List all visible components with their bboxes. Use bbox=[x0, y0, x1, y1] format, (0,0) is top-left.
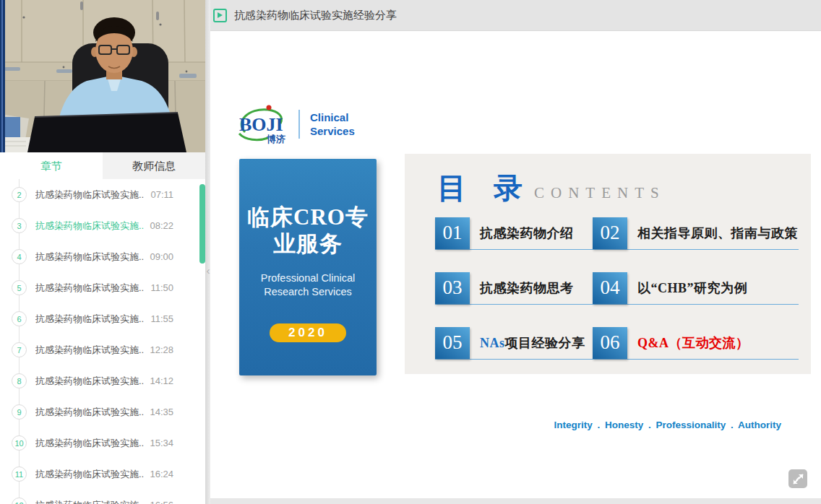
contents-label-segment: NAs bbox=[480, 336, 505, 350]
chapter-list-item[interactable]: 2 抗感染药物临床试验实施... 07:11 bbox=[0, 179, 205, 210]
chapter-list-item[interactable]: 12 抗感染药物临床试验实施... 16:56 bbox=[0, 490, 205, 504]
contents-item-label: 抗感染药物介绍 bbox=[480, 225, 574, 242]
book-subtitle: Professional Clinical Research Services bbox=[239, 271, 377, 299]
contents-item-number: 04 bbox=[593, 272, 627, 304]
logo-services-line1: Clinical bbox=[310, 110, 355, 124]
chapter-number-badge: 12 bbox=[12, 498, 27, 504]
svg-text:BOJI: BOJI bbox=[239, 114, 283, 135]
chapter-list-item[interactable]: 8 抗感染药物临床试验实施... 14:12 bbox=[0, 365, 205, 396]
book-title-line1: 临床CRO专 bbox=[239, 204, 377, 230]
chapter-list: 2 抗感染药物临床试验实施... 07:11 3 抗感染药物临床试验实施... … bbox=[0, 179, 205, 504]
fullscreen-button[interactable] bbox=[788, 469, 807, 488]
chapter-list-item[interactable]: 10 抗感染药物临床试验实施... 15:34 bbox=[0, 427, 205, 459]
contents-panel: 目 录 CONTENTS 01 抗感染药物介绍 02 相关指导原则、指南与政策 … bbox=[405, 154, 811, 374]
chapter-list-item[interactable]: 4 抗感染药物临床试验实施... 09:00 bbox=[0, 241, 205, 272]
contents-label-segment: 项目经验分享 bbox=[505, 336, 585, 350]
chapter-duration: 09:00 bbox=[150, 251, 173, 262]
contents-label-segment: 抗感染药物介绍 bbox=[480, 226, 574, 240]
contents-item-label: 相关指导原则、指南与政策 bbox=[637, 225, 798, 242]
chapter-list-item[interactable]: 7 抗感染药物临床试验实施... 12:28 bbox=[0, 334, 205, 365]
contents-item-label: Q&A（互动交流） bbox=[637, 334, 749, 352]
contents-item: 01 抗感染药物介绍 bbox=[435, 217, 593, 250]
tab-teacher-info[interactable]: 教师信息 bbox=[103, 152, 205, 179]
play-icon bbox=[213, 9, 227, 22]
collapse-sidebar-button[interactable]: ‹ bbox=[204, 264, 212, 277]
chapter-title: 抗感染药物临床试验实施... bbox=[35, 468, 144, 481]
chapter-title: 抗感染药物临床试验实施... bbox=[35, 499, 144, 504]
chapter-number-badge: 3 bbox=[12, 218, 27, 233]
chapter-title: 抗感染药物临床试验实施... bbox=[35, 220, 144, 233]
chapter-duration: 16:56 bbox=[150, 500, 173, 504]
boji-logo-mark: BOJI 博济 bbox=[236, 103, 291, 145]
chapter-duration: 11:55 bbox=[150, 313, 173, 324]
contents-item: 06 Q&A（互动交流） bbox=[593, 326, 799, 360]
chapter-title: 抗感染药物临床试验实施... bbox=[35, 437, 144, 450]
book-title-line2: 业服务 bbox=[239, 230, 377, 257]
instructor-video[interactable] bbox=[0, 0, 205, 152]
contents-item-label: NAs项目经验分享 bbox=[480, 334, 585, 352]
lesson-header: 抗感染药物临床试验实施经验分享 bbox=[210, 0, 821, 31]
chapter-list-item[interactable]: 9 抗感染药物临床试验实施... 14:35 bbox=[0, 396, 205, 427]
chapter-scrollbar-thumb[interactable] bbox=[199, 184, 205, 264]
contents-label-segment: 相关指导原则、指南与政策 bbox=[637, 226, 798, 240]
chapter-list-item[interactable]: 11 抗感染药物临床试验实施... 16:24 bbox=[0, 459, 205, 490]
chapter-title: 抗感染药物临床试验实施... bbox=[35, 406, 144, 419]
chapter-duration: 14:35 bbox=[150, 407, 173, 417]
bottom-bar bbox=[210, 498, 821, 504]
chapter-list-item[interactable]: 6 抗感染药物临床试验实施... 11:55 bbox=[0, 303, 205, 334]
chapter-list-item[interactable]: 5 抗感染药物临床试验实施... 11:50 bbox=[0, 272, 205, 303]
chapter-duration: 11:50 bbox=[150, 282, 173, 293]
chapter-title: 抗感染药物临床试验实施... bbox=[35, 344, 144, 357]
chapter-number-badge: 6 bbox=[12, 311, 27, 326]
chapter-number-badge: 2 bbox=[12, 187, 27, 202]
chapter-duration: 16:24 bbox=[150, 469, 173, 479]
lesson-title: 抗感染药物临床试验实施经验分享 bbox=[234, 9, 397, 22]
logo-services-line2: Services bbox=[310, 124, 355, 138]
main-area: 抗感染药物临床试验实施经验分享 BOJI 博济 Clinical Service… bbox=[210, 0, 821, 504]
chapter-list-item[interactable]: 3 抗感染药物临床试验实施... 08:22 bbox=[0, 210, 205, 241]
contents-label-segment: 以“CHB”研究为例 bbox=[637, 281, 747, 295]
tab-chapters[interactable]: 章节 bbox=[0, 152, 103, 179]
chapter-number-badge: 8 bbox=[12, 373, 27, 388]
slide-viewer: BOJI 博济 Clinical Services 临床CRO专 业服务 Pro… bbox=[210, 31, 821, 498]
chapter-duration: 08:22 bbox=[150, 220, 173, 231]
chapter-number-badge: 9 bbox=[12, 404, 27, 420]
sidebar: 章节 教师信息 2 抗感染药物临床试验实施... 07:11 3 抗感染药物临床… bbox=[0, 0, 205, 504]
chapter-duration: 15:34 bbox=[150, 438, 173, 448]
chapter-duration: 12:28 bbox=[150, 344, 173, 355]
contents-grid: 01 抗感染药物介绍 02 相关指导原则、指南与政策 03 抗感染药物思考 04… bbox=[435, 217, 799, 360]
contents-label-segment: 抗感染药物思考 bbox=[480, 281, 574, 295]
chapter-title: 抗感染药物临床试验实施... bbox=[35, 375, 144, 388]
contents-item-number: 06 bbox=[593, 327, 627, 359]
book-subtitle-line2: Research Services bbox=[239, 285, 377, 299]
contents-item-label: 以“CHB”研究为例 bbox=[637, 279, 747, 297]
contents-item: 02 相关指导原则、指南与政策 bbox=[593, 217, 799, 250]
chapter-number-badge: 4 bbox=[12, 249, 27, 264]
chapter-number-badge: 10 bbox=[12, 435, 27, 451]
sidebar-gutter bbox=[205, 0, 210, 504]
chapter-title: 抗感染药物临床试验实施... bbox=[35, 282, 144, 295]
contents-heading: 目 录 CONTENTS bbox=[437, 168, 666, 208]
book-year-badge: 2020 bbox=[270, 323, 346, 342]
contents-heading-cn: 目 录 bbox=[437, 168, 533, 208]
contents-item-number: 05 bbox=[435, 327, 470, 359]
instructor-video-frame bbox=[0, 0, 205, 152]
contents-item: 03 抗感染药物思考 bbox=[435, 271, 593, 305]
contents-item-number: 03 bbox=[435, 272, 470, 304]
chapter-duration: 07:11 bbox=[150, 189, 173, 200]
book-title: 临床CRO专 业服务 bbox=[239, 204, 377, 257]
logo-services-text: Clinical Services bbox=[310, 110, 355, 138]
chapter-number-badge: 11 bbox=[12, 466, 27, 482]
book-cover: 临床CRO专 业服务 Professional Clinical Researc… bbox=[239, 159, 377, 375]
chapter-title: 抗感染药物临床试验实施... bbox=[35, 313, 144, 326]
chapter-title: 抗感染药物临床试验实施... bbox=[35, 251, 144, 264]
chapter-number-badge: 5 bbox=[12, 280, 27, 295]
sidebar-tabs: 章节 教师信息 bbox=[0, 152, 205, 179]
contents-item: 05 NAs项目经验分享 bbox=[435, 326, 593, 360]
slogan-text: Integrity . Honesty . Professionality . … bbox=[554, 420, 781, 430]
contents-heading-en: CONTENTS bbox=[534, 184, 666, 202]
contents-item: 04 以“CHB”研究为例 bbox=[593, 271, 799, 305]
chapter-duration: 14:12 bbox=[150, 375, 173, 386]
expand-icon bbox=[792, 473, 804, 485]
logo-divider bbox=[298, 110, 300, 139]
